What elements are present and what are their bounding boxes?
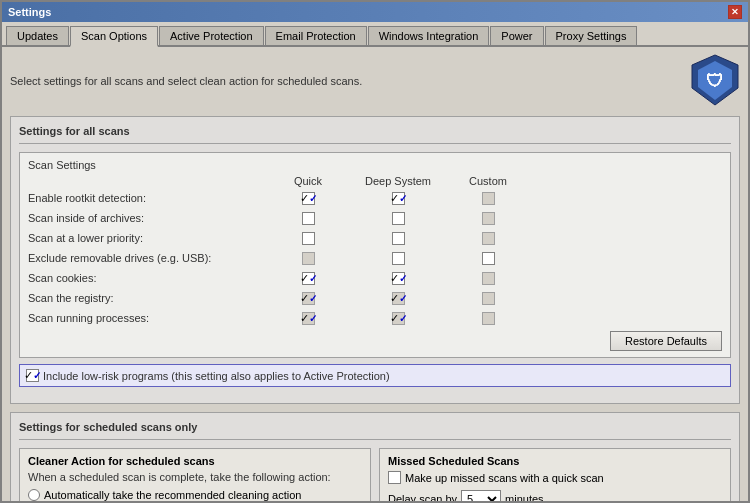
cb-removable-quick (302, 252, 315, 265)
scan-settings-subtitle: Scan Settings (28, 159, 722, 171)
table-row: Enable rootkit detection: ✓ ✓ (28, 189, 722, 207)
tab-active-protection[interactable]: Active Protection (159, 26, 264, 45)
tab-power[interactable]: Power (490, 26, 543, 45)
table-row: Scan cookies: ✓ ✓ (28, 269, 722, 287)
row-label-processes: Scan running processes: (28, 312, 268, 324)
cleaner-action-title: Cleaner Action for scheduled scans (28, 455, 362, 467)
shield-logo: 🛡 (690, 53, 740, 108)
cb-registry-deep: ✓ (392, 292, 405, 305)
make-up-scans-checkbox[interactable] (388, 471, 401, 484)
cb-priority-quick[interactable] (302, 232, 315, 245)
radio-auto-clean-input[interactable] (28, 489, 40, 501)
cb-archives-quick[interactable] (302, 212, 315, 225)
window-title: Settings (8, 6, 51, 18)
cb-archives-deep[interactable] (392, 212, 405, 225)
table-row: Scan at a lower priority: (28, 229, 722, 247)
header-description: Select settings for all scans and select… (10, 75, 362, 87)
cb-cookies-deep[interactable]: ✓ (392, 272, 405, 285)
radio-auto-clean: Automatically take the recommended clean… (28, 489, 362, 501)
cb-rootkit-deep[interactable]: ✓ (392, 192, 405, 205)
content-area: Select settings for all scans and select… (2, 47, 748, 501)
tab-scan-options[interactable]: Scan Options (70, 26, 158, 47)
scheduled-scans-section: Settings for scheduled scans only Cleane… (10, 412, 740, 501)
include-low-risk-label: Include low-risk programs (this setting … (43, 370, 390, 382)
cb-priority-custom (482, 232, 495, 245)
tab-email-protection[interactable]: Email Protection (265, 26, 367, 45)
tabs-bar: Updates Scan Options Active Protection E… (2, 22, 748, 47)
table-row: Scan running processes: ✓ ✓ (28, 309, 722, 327)
scheduled-scans-title: Settings for scheduled scans only (19, 421, 731, 440)
scheduled-grid: Cleaner Action for scheduled scans When … (19, 448, 731, 501)
cb-processes-quick: ✓ (302, 312, 315, 325)
delay-label: Delay scan by (388, 493, 457, 501)
table-row: Scan the registry: ✓ ✓ (28, 289, 722, 307)
settings-all-scans-title: Settings for all scans (19, 125, 731, 144)
row-label-rootkit: Enable rootkit detection: (28, 192, 268, 204)
restore-defaults-button[interactable]: Restore Defaults (610, 331, 722, 351)
col-custom: Custom (448, 175, 528, 187)
col-deep-system: Deep System (348, 175, 448, 187)
column-headers: Quick Deep System Custom (28, 175, 722, 187)
cb-removable-deep[interactable] (392, 252, 405, 265)
row-label-cookies: Scan cookies: (28, 272, 268, 284)
settings-all-scans-section: Settings for all scans Scan Settings Qui… (10, 116, 740, 404)
svg-text:🛡: 🛡 (706, 71, 724, 91)
cb-removable-custom[interactable] (482, 252, 495, 265)
missed-scans-box: Missed Scheduled Scans Make up missed sc… (379, 448, 731, 501)
scan-settings-box: Scan Settings Quick Deep System Custom E… (19, 152, 731, 358)
tab-windows-integration[interactable]: Windows Integration (368, 26, 490, 45)
row-label-priority: Scan at a lower priority: (28, 232, 268, 244)
cb-cookies-quick[interactable]: ✓ (302, 272, 315, 285)
delay-select[interactable]: 1 2 3 4 5 10 15 30 (461, 490, 501, 501)
table-row: Scan inside of archives: (28, 209, 722, 227)
cb-priority-deep[interactable] (392, 232, 405, 245)
cb-registry-quick: ✓ (302, 292, 315, 305)
delay-row: Delay scan by 1 2 3 4 5 10 15 30 minutes (388, 490, 722, 501)
title-bar: Settings ✕ (2, 2, 748, 22)
include-low-risk-row: ✓ Include low-risk programs (this settin… (19, 364, 731, 387)
radio-auto-clean-label: Automatically take the recommended clean… (44, 489, 301, 501)
row-label-removable: Exclude removable drives (e.g. USB): (28, 252, 268, 264)
missed-scans-title: Missed Scheduled Scans (388, 455, 722, 467)
table-row: Exclude removable drives (e.g. USB): (28, 249, 722, 267)
col-quick: Quick (268, 175, 348, 187)
restore-btn-row: Restore Defaults (28, 331, 722, 351)
cb-processes-deep: ✓ (392, 312, 405, 325)
settings-window: Settings ✕ Updates Scan Options Active P… (0, 0, 750, 503)
make-up-scans-label: Make up missed scans with a quick scan (405, 472, 604, 484)
tab-updates[interactable]: Updates (6, 26, 69, 45)
cb-archives-custom (482, 212, 495, 225)
row-label-archives: Scan inside of archives: (28, 212, 268, 224)
include-low-risk-checkbox[interactable]: ✓ (26, 369, 39, 382)
close-button[interactable]: ✕ (728, 5, 742, 19)
cleaner-action-desc: When a scheduled scan is complete, take … (28, 471, 362, 483)
header-section: Select settings for all scans and select… (10, 53, 740, 108)
cb-processes-custom (482, 312, 495, 325)
delay-unit: minutes (505, 493, 544, 501)
cleaner-action-box: Cleaner Action for scheduled scans When … (19, 448, 371, 501)
tab-proxy-settings[interactable]: Proxy Settings (545, 26, 638, 45)
missed-checkbox-row: Make up missed scans with a quick scan (388, 471, 722, 484)
cb-registry-custom (482, 292, 495, 305)
row-label-registry: Scan the registry: (28, 292, 268, 304)
cb-cookies-custom (482, 272, 495, 285)
cb-rootkit-quick[interactable]: ✓ (302, 192, 315, 205)
title-bar-buttons: ✕ (728, 5, 742, 19)
cb-rootkit-custom (482, 192, 495, 205)
